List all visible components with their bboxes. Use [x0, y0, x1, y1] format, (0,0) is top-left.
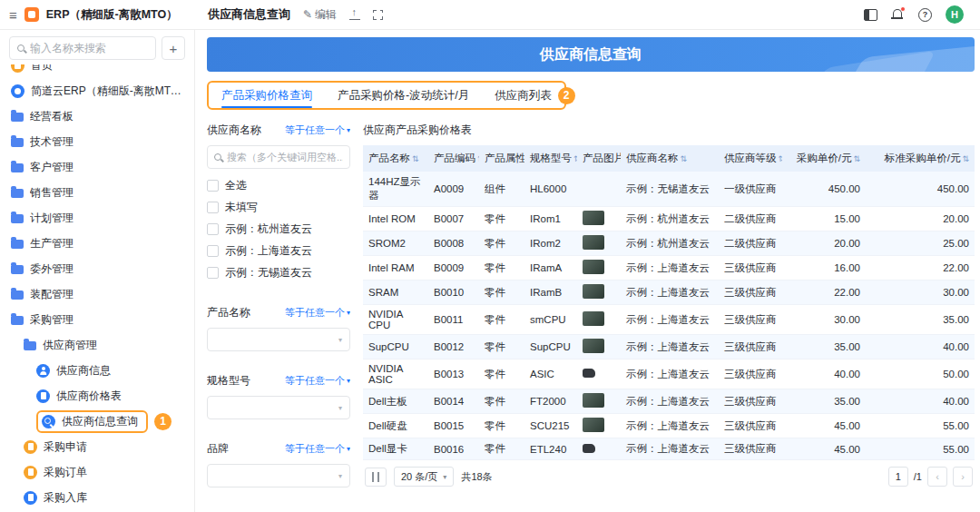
- sidebar-item[interactable]: 采购入库: [5, 485, 189, 510]
- sort-icon[interactable]: ⇅: [779, 154, 783, 163]
- help-icon[interactable]: [918, 8, 932, 22]
- product-image-thumbnail[interactable]: [583, 339, 604, 353]
- sidebar-item[interactable]: 首页: [5, 64, 189, 78]
- sidebar-item[interactable]: 委外管理: [5, 256, 189, 281]
- product-image-thumbnail[interactable]: [583, 284, 604, 299]
- tab-inactive[interactable]: 产品采购价格-波动统计/月: [338, 81, 469, 110]
- notification-bell-icon[interactable]: [891, 8, 905, 21]
- product-image-thumbnail[interactable]: [583, 369, 595, 378]
- table-cell: ASIC: [524, 359, 577, 389]
- sidebar-item[interactable]: 简道云ERP（精细版-离散MTO）「...: [5, 78, 189, 103]
- filter-search-input[interactable]: [227, 152, 343, 162]
- sidebar-item[interactable]: 采购申请: [5, 434, 189, 459]
- table-row[interactable]: Dell主板B0014零件FT2000示例：上海道友云三级供应商35.0040.…: [363, 389, 975, 414]
- sidebar-item[interactable]: 经营看板: [5, 103, 189, 129]
- table-cell: 45.00: [782, 438, 866, 460]
- product-image-thumbnail[interactable]: [583, 444, 595, 453]
- filter-operator-dropdown[interactable]: 等于任意一个▾: [285, 123, 350, 137]
- filter-checkbox-option[interactable]: 未填写: [207, 196, 350, 218]
- next-page-button[interactable]: ›: [953, 467, 973, 487]
- sidebar-item[interactable]: 供应商管理: [5, 332, 189, 358]
- filter-checkbox-option[interactable]: 示例：上海道友云: [207, 240, 350, 261]
- sidebar-search-box[interactable]: [9, 36, 156, 60]
- sidebar-item[interactable]: 供应商价格表: [5, 383, 189, 409]
- product-image-thumbnail[interactable]: [583, 418, 604, 432]
- sidebar-item[interactable]: 生产管理: [5, 231, 189, 256]
- column-header[interactable]: 产品图片⇅: [577, 145, 621, 172]
- filter-operator-dropdown[interactable]: 等于任意一个▾: [285, 374, 350, 388]
- product-image-thumbnail[interactable]: [583, 393, 604, 408]
- sidebar-item[interactable]: 供应商信息查询1: [5, 409, 189, 434]
- sidebar-item[interactable]: 技术管理: [5, 129, 189, 154]
- sidebar-item[interactable]: 供应商信息: [5, 358, 189, 383]
- table-cell: 35.00: [782, 335, 866, 359]
- filter-search-box[interactable]: [207, 145, 350, 169]
- sidebar-item[interactable]: 计划管理: [5, 205, 189, 231]
- sort-icon[interactable]: ⇅: [573, 154, 577, 163]
- hamburger-menu-icon[interactable]: ≡: [9, 7, 17, 23]
- column-header[interactable]: 供应商等级⇅: [719, 145, 782, 172]
- sort-icon[interactable]: ⇅: [853, 154, 860, 163]
- sidebar-item[interactable]: 采购订单: [5, 459, 189, 485]
- table-row[interactable]: Dell显卡B0016零件ETL240示例：上海道友云三级供应商45.0055.…: [363, 438, 975, 460]
- sidebar-item[interactable]: 装配管理: [5, 281, 189, 307]
- sort-icon[interactable]: ⇅: [412, 154, 419, 163]
- table-row[interactable]: NVIDIA ASICB0013零件ASIC示例：上海道友云三级供应商40.00…: [363, 359, 975, 389]
- table-row[interactable]: SROM2B0008零件IRom2示例：杭州道友云二级供应商20.0025.00: [363, 231, 975, 256]
- prev-page-button[interactable]: ‹: [927, 467, 947, 487]
- page-size-select[interactable]: 20 条/页 ▾: [394, 467, 454, 487]
- table-row[interactable]: 144HZ显示器A0009组件HL6000示例：无锡道友云一级供应商450.00…: [363, 172, 975, 207]
- column-header[interactable]: 产品属性⇅: [479, 145, 524, 172]
- add-button[interactable]: +: [162, 36, 185, 60]
- table-row[interactable]: Dell硬盘B0015零件SCU215示例：上海道友云三级供应商45.0055.…: [363, 414, 975, 438]
- checkbox[interactable]: [207, 245, 219, 257]
- filter-select[interactable]: ▾: [207, 464, 350, 487]
- checkbox[interactable]: [207, 180, 219, 192]
- filter-operator-dropdown[interactable]: 等于任意一个▾: [285, 306, 350, 320]
- checkbox[interactable]: [207, 267, 219, 279]
- share-upload-icon[interactable]: [349, 8, 360, 21]
- table-row[interactable]: NVIDIA CPUB0011零件smCPU示例：上海道友云三级供应商30.00…: [363, 305, 975, 335]
- folder-icon: [11, 138, 24, 147]
- fullscreen-icon[interactable]: [373, 10, 383, 20]
- sidebar-item[interactable]: 客户管理: [5, 154, 189, 180]
- product-image-thumbnail[interactable]: [583, 260, 604, 274]
- table-cell: [577, 438, 621, 460]
- column-header[interactable]: 规格型号⇅: [524, 145, 577, 172]
- table-cell: 零件: [479, 207, 524, 231]
- column-header[interactable]: 采购单价/元⇅: [782, 145, 866, 172]
- filter-checkbox-option[interactable]: 示例：无锡道友云: [207, 261, 350, 283]
- user-avatar[interactable]: H: [946, 5, 964, 24]
- checkbox[interactable]: [207, 223, 219, 235]
- checkbox[interactable]: [207, 202, 219, 213]
- edit-button[interactable]: 编辑: [303, 7, 337, 23]
- filter-select[interactable]: ▾: [207, 396, 350, 419]
- panel-toggle-icon[interactable]: [864, 9, 877, 21]
- column-header[interactable]: 标准采购单价/元⇅: [866, 145, 975, 172]
- column-settings-icon[interactable]: [365, 468, 387, 487]
- sort-icon[interactable]: ⇅: [681, 154, 688, 163]
- table-row[interactable]: Intel ROMB0007零件IRom1示例：杭州道友云二级供应商15.002…: [363, 207, 975, 231]
- table-row[interactable]: SupCPUB0012零件SupCPU示例：上海道友云三级供应商35.0040.…: [363, 335, 975, 359]
- sidebar-item[interactable]: 销售管理: [5, 180, 189, 205]
- column-header[interactable]: 产品编码⇅: [428, 145, 479, 172]
- table-cell: 二级供应商: [719, 207, 782, 231]
- product-image-thumbnail[interactable]: [583, 211, 604, 225]
- sort-icon[interactable]: ⇅: [477, 154, 479, 163]
- product-image-thumbnail[interactable]: [583, 311, 604, 326]
- filter-select[interactable]: ▾: [207, 328, 350, 351]
- tab-inactive[interactable]: 供应商列表: [495, 81, 552, 110]
- sidebar-search-input[interactable]: [30, 42, 148, 54]
- table-row[interactable]: Intel RAMB0009零件IRamA示例：上海道友云三级供应商16.002…: [363, 256, 975, 281]
- current-page-box[interactable]: 1: [888, 467, 908, 487]
- sort-icon[interactable]: ⇅: [962, 154, 969, 163]
- column-header[interactable]: 供应商名称⇅: [621, 145, 719, 172]
- product-image-thumbnail[interactable]: [583, 235, 604, 250]
- tab-active[interactable]: 产品采购价格查询: [221, 81, 312, 110]
- table-row[interactable]: SRAMB0010零件IRamB示例：上海道友云三级供应商22.0030.00: [363, 281, 975, 305]
- sidebar-item[interactable]: 采购管理: [5, 307, 189, 332]
- column-header[interactable]: 产品名称⇅: [363, 145, 428, 172]
- filter-checkbox-option[interactable]: 示例：杭州道友云: [207, 218, 350, 240]
- filter-checkbox-option[interactable]: 全选: [207, 174, 350, 196]
- filter-operator-dropdown[interactable]: 等于任意一个▾: [285, 442, 350, 456]
